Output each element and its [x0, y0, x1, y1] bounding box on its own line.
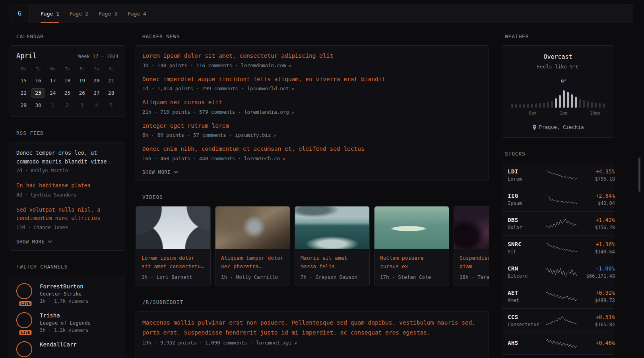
rss-show-more-button[interactable]: SHOW MORE: [16, 238, 118, 245]
scrollbar-thumb[interactable]: [638, 158, 640, 192]
hackernews-item-meta: 1d · 1,414 points · 299 comments · ipsum…: [142, 86, 482, 91]
stock-row[interactable]: CCS Consectetur +0.51% $165.84: [502, 308, 614, 333]
video-title[interactable]: Suspendisse diam: [460, 254, 489, 270]
hackernews-item-domain[interactable]: ipsumify.biz: [235, 132, 271, 138]
avatar: [16, 341, 32, 357]
twitch-widget: TWITCH CHANNELS LIVE ForrestBurton Count…: [10, 264, 125, 358]
video-thumbnail[interactable]: [215, 206, 290, 249]
rss-item-title[interactable]: In hac habitasse platea: [16, 181, 118, 190]
twitch-channel[interactable]: LIVE Trisha League of Legends 3h · 1.2k …: [16, 312, 118, 333]
video-card-body: Lorem ipsum dolor sit amet consectetu… 1…: [136, 249, 210, 286]
hackernews-show-more-button[interactable]: SHOW MORE: [142, 169, 482, 175]
subreddit-post-title[interactable]: Maecenas mollis pulvinar erat non posuer…: [142, 318, 482, 337]
twitch-card: LIVE ForrestBurton Counter-Strike 1h · 1…: [10, 276, 125, 358]
twitch-channel-name[interactable]: Trisha: [40, 312, 91, 319]
video-card[interactable]: Mauris sit amet massa felis 7h · Grayson…: [295, 206, 370, 286]
stock-row[interactable]: LDI Lorem +4.35% $795.18: [502, 163, 614, 187]
external-link-icon: ↗: [273, 132, 276, 138]
video-thumbnail[interactable]: [454, 206, 489, 249]
calendar-days: 15 16 17 18 19 20 21 22: [16, 76, 118, 110]
hackernews-item-title[interactable]: Aliquam nec cursus elit: [142, 99, 482, 107]
stock-row[interactable]: AHS +0.46%: [502, 333, 614, 354]
calendar-day: 16: [31, 76, 46, 86]
hackernews-item-title[interactable]: Donec imperdiet augue tincidunt felis al…: [142, 76, 482, 84]
calendar-header: April Week 17 · 2024: [16, 52, 118, 60]
twitch-channel-name[interactable]: KendallCarr: [40, 341, 77, 348]
rss-item-title[interactable]: Sed volutpat nulla nisl, a condimentum n…: [16, 206, 118, 223]
chevron-down-icon: [174, 171, 178, 173]
left-column: CALENDAR April Week 17 · 2024 Mo Tu We T…: [10, 33, 125, 358]
page-tab[interactable]: Page 3: [93, 4, 122, 23]
stock-values: +0.92% $499.72: [577, 290, 615, 303]
hackernews-item: Donec imperdiet augue tincidunt felis al…: [142, 76, 482, 92]
hackernews-item-domain[interactable]: ipsumworld.net: [247, 86, 289, 91]
stock-ticker: CRN: [508, 265, 546, 272]
weather-bar: [535, 103, 537, 108]
rss-item[interactable]: Sed volutpat nulla nisl, a condimentum n…: [16, 206, 118, 230]
stock-change: +0.92%: [577, 290, 615, 296]
weather-bar: [583, 100, 585, 108]
weather-time-label: 2pm: [560, 111, 568, 115]
calendar-day-headers: Mo Tu We Th Fr Sa Su: [16, 67, 118, 71]
video-thumbnail[interactable]: [374, 206, 449, 249]
rss-item-title[interactable]: Donec tempor eros leo, ut commodo mauris…: [16, 149, 118, 166]
stock-row[interactable]: DBS Dolor +1.42% $156.28: [502, 211, 614, 235]
twitch-channel[interactable]: LIVE ForrestBurton Counter-Strike 1h · 1…: [16, 283, 118, 304]
weather-bar: [567, 92, 569, 108]
calendar-day: 5: [104, 101, 118, 110]
video-card[interactable]: Suspendisse diam 18h · Tarah: [454, 206, 489, 286]
calendar-day: 15: [16, 76, 31, 86]
dashboard: G Page 1 Page 2 Page 3 Page 4: [0, 0, 644, 358]
video-thumbnail[interactable]: [136, 206, 210, 249]
hackernews-item-title[interactable]: Lorem ipsum dolor sit amet, consectetur …: [142, 52, 482, 60]
video-title[interactable]: Lorem ipsum dolor sit amet consectetu…: [142, 254, 205, 270]
calendar-week-year: Week 17 · 2024: [78, 54, 118, 59]
stock-row[interactable]: IIG Ipsum +2.84% $42.04: [502, 187, 614, 211]
subreddit-post-domain[interactable]: loremnet.xyz: [256, 340, 292, 346]
hackernews-item-stats: 21h · 710 points · 579 comments ·: [142, 109, 241, 115]
hackernews-item-domain[interactable]: loremlandia.org: [244, 109, 289, 115]
rss-item[interactable]: In hac habitasse platea 8d · Cynthia Sau…: [16, 181, 118, 198]
stock-name: Consectetur: [508, 322, 546, 327]
twitch-channel[interactable]: LIVE KendallCarr: [16, 341, 118, 357]
twitch-channel-name[interactable]: ForrestBurton: [40, 283, 89, 290]
video-title[interactable]: Nullam posuere cursus ex: [380, 254, 443, 270]
page-tab[interactable]: Page 1: [35, 4, 64, 23]
hackernews-item-title[interactable]: Integer eget rutrum lorem: [142, 122, 482, 130]
section-title-hackernews: HACKER NEWS: [142, 33, 489, 39]
weather-bar: [555, 98, 557, 108]
video-card[interactable]: Nullam posuere cursus ex 17h · Stefan Co…: [374, 206, 449, 286]
hackernews-item-title[interactable]: Donec enim nibh, condimentum et accumsan…: [142, 145, 482, 153]
stock-row[interactable]: CRN Bitcorn -1.00% $66,171.48: [502, 260, 614, 284]
stock-identity: LDI Lorem: [508, 168, 546, 182]
stock-sparkline: [546, 169, 577, 181]
stock-price: $795.18: [577, 176, 615, 182]
hackernews-item: Lorem ipsum dolor sit amet, consectetur …: [142, 52, 482, 68]
rss-item[interactable]: Donec tempor eros leo, ut commodo mauris…: [16, 149, 118, 173]
video-card[interactable]: Lorem ipsum dolor sit amet consectetu… 1…: [136, 206, 211, 286]
page-tab[interactable]: Page 2: [64, 4, 93, 23]
calendar-card: April Week 17 · 2024 Mo Tu We Th Fr: [10, 45, 125, 117]
hackernews-card: Lorem ipsum dolor sit amet, consectetur …: [136, 45, 489, 181]
stock-row[interactable]: SNRC Sit +1.36% $148.64: [502, 235, 614, 260]
video-card[interactable]: Aliquam tempor dolor nec pharetra… 1h · …: [215, 206, 290, 286]
video-meta: 1h · Molly Carrillo: [221, 274, 284, 280]
page-tab-label: Page 2: [70, 11, 88, 17]
calendar-day-header: Fr: [75, 67, 89, 71]
stock-price: $499.72: [577, 298, 615, 303]
stock-name: Ipsum: [508, 200, 546, 206]
video-thumbnail[interactable]: [295, 206, 369, 249]
external-link-icon: ↗: [282, 156, 285, 161]
app-logo[interactable]: G: [10, 4, 30, 23]
hackernews-item-domain[interactable]: loremtech.co: [244, 156, 280, 161]
rss-show-more-label: SHOW MORE: [16, 239, 45, 245]
video-title[interactable]: Aliquam tempor dolor nec pharetra…: [221, 254, 284, 270]
stock-identity: DBS Dolor: [508, 217, 546, 230]
rss-widget: RSS FEED Donec tempor eros leo, ut commo…: [10, 130, 125, 251]
stock-name: Sit: [508, 249, 546, 255]
stock-row[interactable]: AET Amet +0.92% $499.72: [502, 284, 614, 308]
hackernews-item-domain[interactable]: loremdomain.com: [241, 62, 286, 68]
hackernews-item-stats: 1d · 1,414 points · 299 comments ·: [142, 86, 244, 91]
page-tab[interactable]: Page 4: [122, 4, 151, 23]
video-title[interactable]: Mauris sit amet massa felis: [301, 254, 364, 270]
